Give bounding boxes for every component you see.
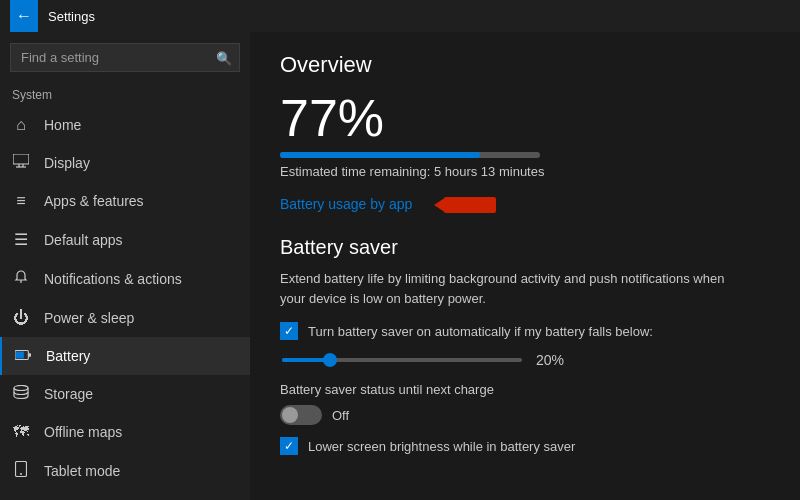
auto-saver-checkbox[interactable]: [280, 322, 298, 340]
lower-brightness-label: Lower screen brightness while in battery…: [308, 439, 575, 454]
sidebar-item-label: Power & sleep: [44, 310, 134, 326]
svg-rect-0: [13, 154, 29, 164]
sidebar-item-battery[interactable]: Battery: [0, 337, 250, 375]
battery-saver-toggle[interactable]: [280, 405, 322, 425]
arrow-annotation: [432, 191, 512, 222]
toggle-row: Off: [280, 405, 770, 425]
sidebar-item-label: Home: [44, 117, 81, 133]
sidebar-item-offline-maps[interactable]: 🗺 Offline maps: [0, 413, 250, 451]
annotation-arrow: [432, 191, 512, 219]
sidebar-item-label: Default apps: [44, 232, 123, 248]
sidebar-item-label: Apps & features: [44, 193, 144, 209]
titlebar-title: Settings: [48, 9, 95, 24]
status-row: Battery saver status until next charge O…: [280, 382, 770, 425]
battery-icon: [14, 347, 32, 365]
svg-rect-7: [16, 351, 24, 358]
sidebar-item-tablet-mode[interactable]: Tablet mode: [0, 451, 250, 491]
sidebar-item-label: Display: [44, 155, 90, 171]
sidebar-item-apps-features[interactable]: ≡ Apps & features: [0, 182, 250, 220]
lower-brightness-checkbox[interactable]: [280, 437, 298, 455]
battery-progress-fill: [280, 152, 480, 158]
battery-progress-bar: [280, 152, 540, 158]
svg-point-10: [20, 473, 22, 475]
tablet-icon: [12, 461, 30, 481]
home-icon: ⌂: [12, 116, 30, 134]
sidebar: 🔍 System ⌂ Home Display ≡ Apps & feature…: [0, 32, 250, 500]
battery-percent: 77%: [280, 92, 770, 144]
sidebar-item-notifications[interactable]: Notifications & actions: [0, 259, 250, 299]
svg-marker-13: [434, 197, 446, 213]
auto-saver-label: Turn battery saver on automatically if m…: [308, 324, 653, 339]
titlebar: ← Settings: [0, 0, 800, 32]
search-box: 🔍: [10, 43, 240, 72]
notifications-icon: [12, 269, 30, 289]
slider-thumb[interactable]: [323, 353, 337, 367]
sidebar-item-storage[interactable]: Storage: [0, 375, 250, 413]
sidebar-item-label: Storage: [44, 386, 93, 402]
content-area: Overview 77% Estimated time remaining: 5…: [250, 32, 800, 500]
power-icon: ⏻: [12, 309, 30, 327]
svg-rect-6: [28, 353, 31, 357]
sidebar-item-home[interactable]: ⌂ Home: [0, 106, 250, 144]
sidebar-item-label: Notifications & actions: [44, 271, 182, 287]
default-apps-icon: ☰: [12, 230, 30, 249]
estimated-time: Estimated time remaining: 5 hours 13 min…: [280, 164, 770, 179]
sidebar-item-power-sleep[interactable]: ⏻ Power & sleep: [0, 299, 250, 337]
status-label: Battery saver status until next charge: [280, 382, 770, 397]
slider-row: 20%: [282, 352, 770, 368]
battery-usage-link[interactable]: Battery usage by app: [280, 196, 412, 212]
apps-icon: ≡: [12, 192, 30, 210]
slider-value: 20%: [536, 352, 564, 368]
sidebar-item-label: Offline maps: [44, 424, 122, 440]
main-layout: 🔍 System ⌂ Home Display ≡ Apps & feature…: [0, 32, 800, 500]
back-button[interactable]: ←: [10, 0, 38, 32]
battery-saver-description: Extend battery life by limiting backgrou…: [280, 269, 740, 308]
display-icon: [12, 154, 30, 172]
sidebar-item-display[interactable]: Display: [0, 144, 250, 182]
storage-icon: [12, 385, 30, 403]
system-section-label: System: [0, 82, 250, 106]
svg-rect-12: [444, 197, 496, 213]
search-icon: 🔍: [216, 50, 232, 65]
battery-slider[interactable]: [282, 358, 522, 362]
sidebar-item-label: Battery: [46, 348, 90, 364]
toggle-label: Off: [332, 408, 349, 423]
sidebar-item-default-apps[interactable]: ☰ Default apps: [0, 220, 250, 259]
back-icon: ←: [16, 7, 32, 25]
svg-point-8: [14, 386, 28, 391]
auto-saver-row: Turn battery saver on automatically if m…: [280, 322, 770, 340]
sidebar-item-label: Tablet mode: [44, 463, 120, 479]
maps-icon: 🗺: [12, 423, 30, 441]
lower-brightness-row: Lower screen brightness while in battery…: [280, 437, 770, 455]
battery-saver-title: Battery saver: [280, 236, 770, 259]
overview-title: Overview: [280, 52, 770, 78]
search-input[interactable]: [10, 43, 240, 72]
